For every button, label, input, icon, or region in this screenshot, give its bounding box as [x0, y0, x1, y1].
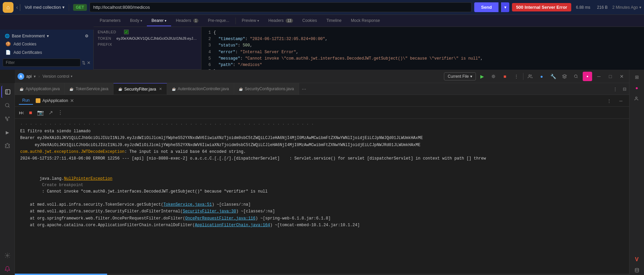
restart-icon[interactable]: ⏭ [18, 109, 26, 116]
send-button[interactable]: Send [474, 2, 498, 12]
tab-bearer[interactable]: Bearer ▾ [147, 15, 171, 26]
run-icon[interactable]: ▶ [477, 72, 487, 81]
debug-icon[interactable] [489, 72, 498, 81]
null-pointer-link[interactable]: NullPointerException [64, 176, 112, 181]
split-editor-icon[interactable]: ⊟ [620, 87, 629, 92]
api-tabs: Parameters Body ▾ Bearer ▾ Headers 1 Pre… [94, 15, 644, 27]
file-tab-api-application[interactable]: ☕ ApiApplication.java [15, 83, 65, 95]
ai-icon[interactable] [560, 72, 569, 81]
right-sidebar-icon-3[interactable] [632, 94, 642, 103]
console-bearer-line-2: eyJ0eXAiOiJKV1QiLCJhbGciOiJIUzI1NiJ9.eyJ… [20, 142, 624, 148]
response-time: 6.88 ms [574, 5, 592, 10]
ide-main: A api ▾ › Version control ▾ Current File… [15, 70, 629, 275]
current-file-button[interactable]: Current File ▾ [444, 72, 476, 80]
sidebar-item-debug[interactable]: ▶ [1, 126, 13, 138]
environment-row[interactable]: 🌐 Base Environment ▾ ⚙ [3, 32, 91, 40]
file-tab-token-service[interactable]: ☕ TokenService.java [65, 83, 113, 95]
users-icon[interactable] [525, 72, 535, 81]
tab-headers[interactable]: Headers 1 [171, 15, 203, 26]
enabled-checkbox[interactable]: ✓ [124, 30, 129, 34]
maximize-window-icon[interactable]: □ [606, 72, 615, 81]
tab-more-icon[interactable]: ⋯ [299, 87, 309, 92]
add-icon[interactable]: ✕ [87, 60, 91, 65]
search-icon[interactable] [571, 72, 581, 81]
file-tab-autentication-controller[interactable]: ☕ AutenticactionController.java [167, 83, 234, 95]
sidebar-item-git[interactable] [1, 113, 13, 125]
home-button[interactable]: ⌂ [3, 2, 13, 13]
close-window-icon[interactable]: ✕ [617, 72, 626, 81]
ide-action-icons: ▶ ■ ⋮ ● 🔧 ● ─ □ [477, 72, 626, 81]
filter-input[interactable] [3, 59, 80, 67]
settings-icon[interactable]: ⚙ [85, 34, 89, 38]
console-scrollbar[interactable] [15, 274, 629, 275]
tab-response-headers[interactable]: Headers 13 [264, 15, 298, 26]
sort-icon[interactable]: ⇅ [82, 60, 86, 65]
minimize-window-icon[interactable]: ─ [594, 72, 604, 81]
right-sidebar-icon-1[interactable]: ⊞ [632, 72, 642, 82]
notifications-icon[interactable]: ● [583, 72, 592, 81]
run-tab[interactable]: Run [19, 97, 33, 105]
sidebar-item-notifications[interactable] [1, 263, 13, 275]
run-panel-minimize[interactable]: ─ [617, 98, 625, 103]
file-tab-security-filter[interactable]: ☕ SecurityFilter.java ✕ [114, 83, 167, 95]
tab-preview[interactable]: Preview ▾ [237, 15, 264, 26]
svg-point-7 [529, 74, 530, 76]
sidebar-item-search[interactable] [1, 99, 13, 111]
sidebar-item-explorer[interactable] [1, 86, 13, 98]
tab-mock-response[interactable]: Mock Response [346, 15, 385, 26]
bearer-panel: ENABLED ✓ TOKEN eyJ0eXAiOiJKV1QiLCJhbGci… [94, 27, 201, 70]
stop-icon[interactable]: ■ [500, 72, 510, 81]
console-decode-exception: com.auth0.jwt.exceptions.JWTDecodeExcept… [20, 149, 624, 155]
console-output[interactable]: · · · · · · · · · · · · · · · · · · · · … [15, 119, 629, 274]
http-method[interactable]: GET [73, 4, 87, 11]
right-sidebar-v-icon[interactable]: V [632, 255, 642, 264]
console-error-line: 2024-06-12T15:27:11.418-06:00 ERROR 1225… [20, 156, 624, 162]
prefix-row: PREFIX [98, 42, 197, 46]
project-selector[interactable]: A api ▾ [18, 73, 36, 80]
svg-rect-0 [5, 90, 10, 94]
app-filter-chain-link[interactable]: ApplicationFilterChain.java:164 [195, 223, 270, 228]
tab-body[interactable]: Body ▾ [125, 15, 147, 26]
time-ago: 2 Minutes Ago ▾ [612, 5, 641, 10]
file-tab-security-configurations[interactable]: ☕ SecurityConfigurations.java [234, 83, 299, 95]
right-sidebar-error-icon[interactable]: ● [632, 83, 642, 93]
right-sidebar-db-icon[interactable] [632, 266, 642, 275]
toolbar-more-icon[interactable]: ⋮ [56, 109, 64, 116]
tab-prerequest[interactable]: Pre-reque... [203, 15, 234, 26]
stop-process-icon[interactable]: ■ [28, 109, 34, 116]
token-service-link[interactable]: TokenService.java:51 [163, 202, 212, 207]
camera-icon[interactable]: 📷 [36, 109, 45, 116]
token-value[interactable]: eyJ0eXAiOiJKV1QiLCJhbGciOiJIUzI1NiJ9.eyJ… [117, 36, 197, 40]
more-options-icon[interactable]: ⋮ [512, 72, 521, 81]
tab-timeline[interactable]: Timeline [322, 15, 346, 26]
sidebar-item-certificates[interactable]: 📄 Add Certificates [3, 48, 91, 57]
token-label: TOKEN [98, 36, 114, 40]
once-per-request-link[interactable]: OncePerRequestFilter.java:116 [185, 216, 256, 221]
response-size: 216 B [595, 5, 610, 10]
scrollbar-thumb [15, 274, 107, 275]
collection-name[interactable]: Voll med collection ▾ [25, 5, 65, 10]
console-spacer [20, 162, 624, 169]
export-icon[interactable]: ↗ [47, 109, 54, 116]
close-tab-icon[interactable]: ✕ [159, 87, 162, 91]
enabled-label: ENABLED [98, 30, 121, 34]
sidebar-item-cookies[interactable]: 🍪 Add Cookies [3, 40, 91, 48]
tab-cookies[interactable]: Cookies [298, 15, 322, 26]
panel-options-icon[interactable]: ⋮ [610, 87, 620, 92]
tools-icon[interactable]: 🔧 [548, 72, 558, 81]
send-dropdown[interactable]: ▾ [501, 2, 509, 12]
run-panel-options[interactable]: ⋮ [604, 98, 614, 103]
run-application-label[interactable]: ApiApplication ✕ [36, 98, 74, 103]
live-share-icon[interactable]: ● [537, 72, 546, 81]
sidebar-item-settings[interactable] [1, 249, 13, 262]
tab-parameters[interactable]: Parameters [95, 15, 125, 26]
close-run-icon[interactable]: ✕ [70, 98, 74, 103]
back-arrow[interactable]: ‹ [16, 4, 18, 10]
api-main-content: Parameters Body ▾ Bearer ▾ Headers 1 Pre… [94, 15, 644, 70]
url-input[interactable] [90, 2, 472, 12]
sidebar-item-extensions[interactable] [1, 140, 13, 152]
svg-point-5 [6, 255, 8, 256]
version-control-label[interactable]: Version control [42, 74, 69, 79]
security-filter-link[interactable]: SecurityFilter.java:30 [183, 209, 236, 214]
json-line-2: 2 "timestamp": "2024-06-12T21:32:05.824+… [204, 36, 641, 42]
